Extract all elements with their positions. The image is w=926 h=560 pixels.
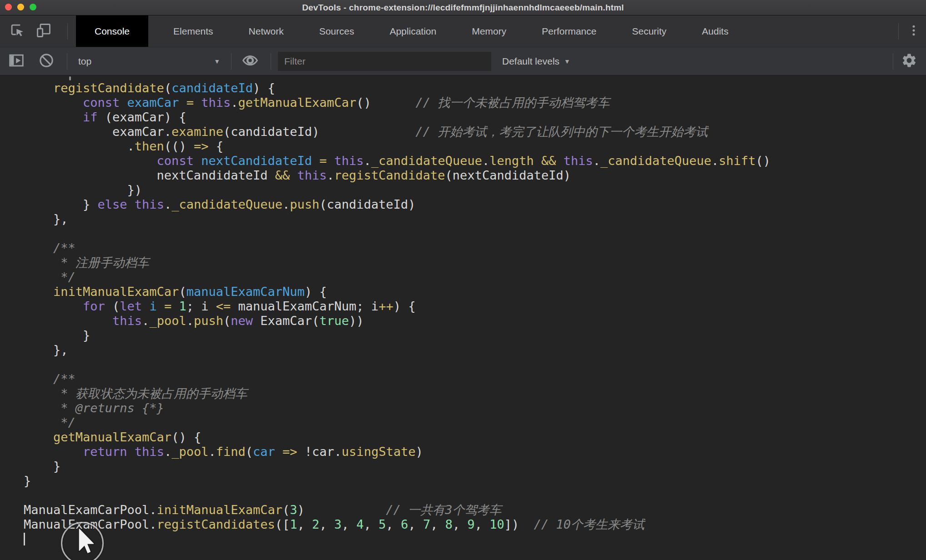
code-line: */: [24, 415, 926, 430]
titlebar: DevTools - chrome-extension://lecdifefmm…: [0, 0, 926, 15]
code-line: * 获取状态为未被占用的手动档车: [24, 386, 926, 401]
code-line: }): [24, 183, 926, 197]
code-line: return this._pool.find(car => !car.using…: [24, 445, 926, 459]
separator: [67, 23, 68, 40]
tab-performance[interactable]: Performance: [531, 15, 607, 47]
create-live-expression-button[interactable]: [241, 50, 260, 72]
code-line: ManualExamCarPool.initManualExamCar(3) /…: [24, 503, 926, 517]
mouse-cursor-icon: [78, 528, 95, 555]
inspect-element-button[interactable]: [7, 15, 27, 47]
chevron-down-icon: ▼: [564, 58, 570, 65]
devtools-window: DevTools - chrome-extension://lecdifefmm…: [0, 0, 926, 560]
code-line: [24, 488, 926, 503]
code-line: }: [24, 328, 926, 343]
code-line: .then(() => {: [24, 139, 926, 154]
toggle-device-toolbar-button[interactable]: [34, 15, 54, 47]
tab-elements[interactable]: Elements: [163, 15, 224, 47]
code-line: }: [24, 474, 926, 488]
levels-selected-label: Default levels: [502, 56, 559, 67]
separator: [898, 23, 899, 40]
code-line: },: [24, 212, 926, 226]
javascript-context-selector[interactable]: top ▼: [78, 56, 220, 67]
clear-console-icon: [38, 52, 55, 70]
kebab-menu-icon: [907, 24, 921, 39]
code-line: } else this._candidateQueue.push(candida…: [24, 197, 926, 212]
more-options-button[interactable]: [904, 24, 923, 39]
inspect-cursor-icon: [9, 22, 26, 40]
code-line: this._pool.push(new ExamCar(true)): [24, 314, 926, 328]
code-line: /**: [24, 241, 926, 255]
tab-console[interactable]: Console: [76, 15, 148, 47]
code-line: if (examCar) {: [24, 110, 926, 125]
eye-icon: [241, 51, 260, 71]
window-close-button[interactable]: [5, 4, 12, 10]
tab-sources[interactable]: Sources: [309, 15, 365, 47]
separator: [231, 53, 232, 70]
traffic-lights: [5, 4, 36, 10]
code-line: for (let i = 1; i <= manualExamCarNum; i…: [24, 299, 926, 314]
code-line: ManualExamCarPool.registCandidates([1, 2…: [24, 517, 926, 532]
window-zoom-button[interactable]: [30, 4, 36, 10]
code-line: nextCandidateId && this.registCandidate(…: [24, 168, 926, 183]
console-settings-button[interactable]: [900, 50, 919, 72]
separator: [67, 53, 67, 70]
console-filter-input[interactable]: [278, 52, 491, 71]
separator: [271, 53, 271, 70]
devtools-tab-bar: ConsoleElementsNetworkSourcesApplication…: [0, 15, 926, 47]
console-output[interactable]: registCandidate(candidateId) { const exa…: [0, 75, 926, 560]
context-selected-label: top: [78, 56, 91, 67]
tab-strip: ConsoleElementsNetworkSourcesApplication…: [76, 15, 739, 47]
tabbar-right: [885, 15, 926, 47]
code-line: }: [24, 459, 926, 474]
code-line: * 注册手动档车: [24, 255, 926, 270]
code-line: */: [24, 270, 926, 285]
console-toolbar: top ▼ Default levels ▼: [0, 47, 926, 75]
tab-application[interactable]: Application: [379, 15, 447, 47]
separator: [893, 53, 893, 70]
window-minimize-button[interactable]: [17, 4, 24, 10]
log-levels-selector[interactable]: Default levels ▼: [502, 56, 570, 67]
clear-console-button[interactable]: [37, 50, 56, 72]
code-line: getManualExamCar() {: [24, 430, 926, 445]
code-line: const examCar = this.getManualExamCar() …: [24, 95, 926, 110]
device-toolbar-icon: [35, 22, 52, 40]
tab-audits[interactable]: Audits: [691, 15, 739, 47]
tab-memory[interactable]: Memory: [461, 15, 517, 47]
tab-security[interactable]: Security: [621, 15, 677, 47]
code-line: registCandidate(candidateId) {: [24, 81, 926, 95]
code-line: * @returns {*}: [24, 401, 926, 415]
tab-network[interactable]: Network: [238, 15, 294, 47]
code-line: [24, 226, 926, 241]
clipped-line-fragment: [69, 76, 71, 80]
console-sidebar-icon: [8, 52, 25, 70]
code-line: examCar.examine(candidateId) // 开始考试，考完了…: [24, 125, 926, 139]
text-caret: [24, 533, 25, 545]
code-line: const nextCandidateId = this._candidateQ…: [24, 154, 926, 168]
show-console-sidebar-button[interactable]: [7, 50, 26, 72]
console-code: registCandidate(candidateId) { const exa…: [0, 75, 926, 532]
gear-icon: [901, 52, 917, 70]
code-line: /**: [24, 372, 926, 386]
window-title: DevTools - chrome-extension://lecdifefmm…: [302, 3, 624, 13]
chevron-down-icon: ▼: [214, 58, 220, 65]
code-line: initManualExamCar(manualExamCarNum) {: [24, 285, 926, 299]
code-line: [24, 357, 926, 372]
code-line: },: [24, 343, 926, 357]
